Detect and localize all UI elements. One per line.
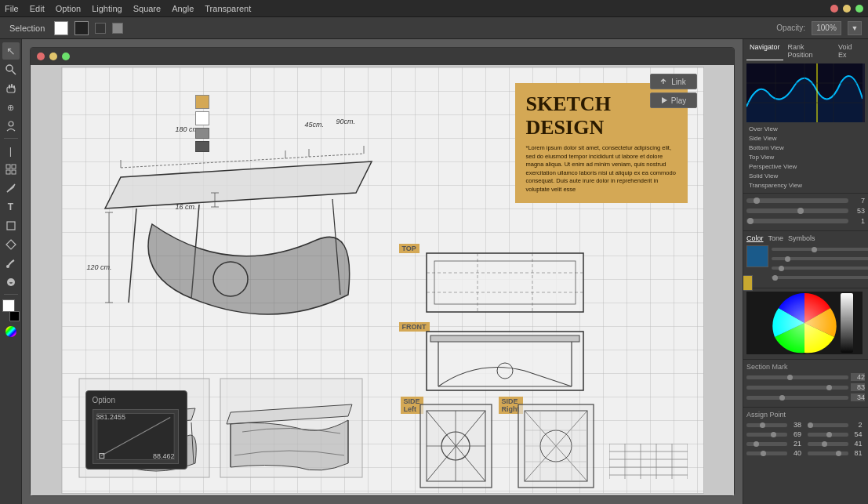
diamond-tool-btn[interactable]: [2, 236, 20, 253]
menu-option[interactable]: Option: [56, 4, 81, 13]
ap-slider-4l[interactable]: [746, 451, 787, 455]
play-button[interactable]: Play: [650, 92, 697, 108]
hand-tool-btn[interactable]: [2, 80, 20, 97]
color-swatches[interactable]: [2, 299, 20, 321]
main-area: ↖ ⊕ | T: [0, 39, 868, 504]
view-buttons: Over View Side View Bottom View Top View…: [746, 125, 865, 190]
fill-tool-btn[interactable]: [2, 274, 20, 291]
small-sketch-2: [219, 377, 364, 479]
opacity-input[interactable]: [812, 21, 841, 35]
window-maximize-btn[interactable]: [62, 53, 70, 60]
side-left-sketch: [419, 403, 493, 489]
sketch-description: *Lorem ipsum dolor sit amet, consectetur…: [526, 144, 677, 194]
slider-1[interactable]: [746, 198, 848, 203]
view-btn-bottom[interactable]: Bottom View: [746, 143, 865, 152]
color-tab-symbols[interactable]: Symbols: [788, 234, 815, 242]
ap-slider-4r[interactable]: [808, 451, 848, 455]
menu-file[interactable]: File: [5, 4, 19, 13]
selection-tool-label[interactable]: Selection: [6, 22, 48, 34]
sm-val-1: 42: [851, 373, 865, 381]
sm-slider-1[interactable]: [746, 375, 848, 379]
dim-16: 16 cm.: [176, 203, 197, 211]
pointer-tool-btn[interactable]: ↖: [2, 42, 20, 60]
text-tool-btn[interactable]: T: [2, 198, 20, 216]
ap-row-2-right: 54: [808, 430, 866, 438]
sm-slider-2[interactable]: [746, 386, 848, 390]
rect-tool-btn[interactable]: [2, 217, 20, 234]
slider-2[interactable]: [746, 208, 848, 213]
secondary-color-swatch[interactable]: [743, 275, 753, 291]
svg-point-20: [213, 262, 248, 296]
menu-transparent[interactable]: Transparent: [205, 4, 251, 13]
option-value-1: 381.2455: [96, 413, 126, 421]
ap-slider-1l[interactable]: [746, 423, 787, 427]
nav-tab-void[interactable]: Void Ex: [835, 42, 865, 60]
zoom-tool-btn[interactable]: [2, 61, 20, 78]
user-tool-btn[interactable]: [2, 118, 20, 135]
color-slider-3[interactable]: [772, 267, 868, 270]
link-button[interactable]: Link: [650, 74, 697, 89]
primary-color-swatch[interactable]: [746, 245, 768, 267]
slider-3[interactable]: [746, 219, 848, 223]
swatch-gold[interactable]: [195, 95, 209, 109]
color-slider-2[interactable]: [772, 257, 868, 260]
view-btn-perspective[interactable]: Perspective View: [746, 162, 865, 171]
color-wheel-area[interactable]: [743, 288, 868, 360]
drawing-board[interactable]: Link Play SKETCH DESIGN *Lorem ipsum dol…: [61, 67, 704, 494]
canvas-content[interactable]: Link Play SKETCH DESIGN *Lorem ipsum dol…: [31, 65, 734, 495]
traffic-light-yellow[interactable]: [843, 5, 851, 13]
ap-slider-2l[interactable]: [746, 433, 787, 437]
toolbar-color-white[interactable]: [54, 21, 68, 35]
menu-lighting[interactable]: Lighting: [92, 4, 122, 13]
toolbar-extra-btn[interactable]: ▼: [848, 21, 862, 35]
color-slider-4[interactable]: [772, 276, 868, 279]
bg-color-swatch[interactable]: [9, 311, 20, 321]
toolbar-color-black[interactable]: [74, 21, 89, 35]
view-btn-transparency[interactable]: Transparency View: [746, 181, 865, 190]
slider-row-2: 53: [746, 207, 865, 215]
window-minimize-btn[interactable]: [49, 53, 57, 60]
nav-tab-rank[interactable]: Rank Position: [785, 42, 834, 60]
dim-120: 120 cm.: [87, 263, 112, 271]
dim-90: 90cm.: [336, 118, 356, 125]
color-wheel-svg[interactable]: [746, 292, 863, 354]
line-tool-btn[interactable]: |: [2, 142, 20, 159]
menu-angle[interactable]: Angle: [172, 4, 194, 13]
toolbar-box3[interactable]: [95, 23, 106, 34]
color-swatch-stack[interactable]: [746, 245, 768, 274]
traffic-light-green[interactable]: [855, 5, 863, 13]
search-tool-btn[interactable]: ⊕: [2, 99, 20, 116]
swatch-gray[interactable]: [195, 128, 209, 139]
view-btn-top[interactable]: Top View: [746, 153, 865, 161]
traffic-light-red[interactable]: [830, 5, 838, 13]
window-close-btn[interactable]: [37, 53, 45, 60]
svg-rect-8: [12, 165, 16, 169]
canvas-titlebar: [31, 48, 734, 65]
view-btn-overview[interactable]: Over View: [746, 125, 865, 133]
nav-preview: [746, 63, 865, 122]
color-slider-1[interactable]: [772, 248, 868, 251]
sm-slider-3[interactable]: [746, 396, 848, 400]
toolbar-box4[interactable]: [112, 23, 123, 34]
menu-square[interactable]: Square: [133, 4, 161, 13]
color-tab-color[interactable]: Color: [746, 234, 764, 242]
ap-slider-2r[interactable]: [808, 433, 848, 437]
front-view-sketch: [423, 328, 587, 394]
swatch-darkgray[interactable]: [195, 141, 209, 152]
color-picker-btn[interactable]: [5, 326, 16, 337]
view-btn-solid[interactable]: Solid View: [746, 172, 865, 180]
swatch-white[interactable]: [195, 111, 209, 125]
menu-edit[interactable]: Edit: [30, 4, 45, 13]
nav-tab-navigator[interactable]: Navigator: [746, 42, 783, 60]
ap-slider-3l[interactable]: [746, 442, 787, 446]
fg-color-swatch[interactable]: [2, 299, 15, 312]
grid-tool-btn[interactable]: [2, 161, 20, 178]
ap-slider-1r[interactable]: [808, 423, 848, 427]
pen-tool-btn[interactable]: [2, 179, 20, 197]
color-slider-row-2: 14: [772, 255, 868, 263]
view-btn-side[interactable]: Side View: [746, 134, 865, 143]
ap-slider-3r[interactable]: [808, 442, 848, 446]
color-tab-tone[interactable]: Tone: [768, 234, 784, 242]
brush-tool-btn[interactable]: [2, 255, 20, 272]
ap-row-3-left: 21: [746, 440, 804, 448]
